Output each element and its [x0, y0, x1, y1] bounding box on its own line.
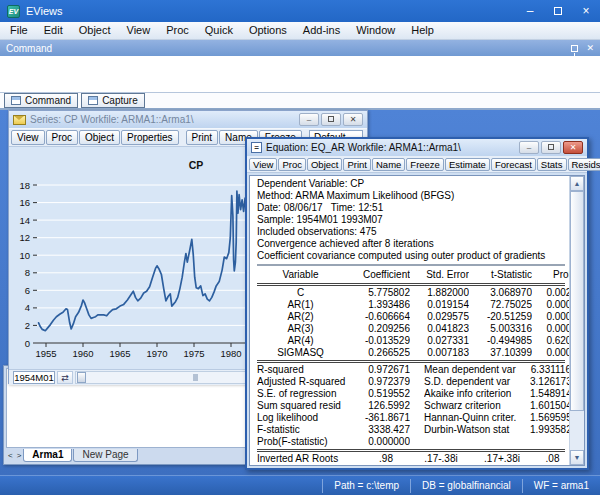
cell: 5.775802 — [344, 287, 410, 299]
stat-label: Durbin-Watson stat — [424, 424, 530, 436]
stat-value: 126.5992 — [362, 400, 410, 412]
stat-label: S.D. dependent var — [424, 376, 530, 388]
equation-proc-button[interactable]: Proc — [278, 158, 306, 171]
stat-value: -361.8671 — [362, 412, 410, 424]
svg-text:4: 4 — [25, 302, 30, 313]
workfile-tab-new-page[interactable]: New Page — [73, 449, 137, 462]
equation-view-button[interactable]: View — [249, 158, 277, 171]
equation-estimate-button[interactable]: Estimate — [445, 158, 490, 171]
menu-bar: FileEditObjectViewProcQuickOptionsAdd-in… — [0, 22, 600, 40]
menu-add-ins[interactable]: Add-ins — [295, 22, 348, 39]
series-titlebar[interactable]: Series: CP Workfile: ARMA1::Arma1\ – ✕ — [9, 111, 367, 128]
roots-row: Inverted AR Roots.98.17-.38i.17+.38i.08 — [257, 453, 573, 465]
table-row: AR(2)-0.6066640.029575-20.512590.0000 — [257, 311, 577, 323]
stat-label: Schwarz criterion — [424, 400, 530, 412]
equation-titlebar[interactable]: = Equation: EQ_AR Workfile: ARMA1::Arma1… — [247, 139, 587, 156]
series-close-button[interactable]: ✕ — [343, 113, 363, 126]
command-panel-header[interactable]: Command ✕ — [0, 40, 600, 56]
series-proc-button[interactable]: Proc — [46, 130, 79, 145]
stats-row: Sum squared resid126.5992Schwarz criteri… — [257, 400, 571, 412]
stat-label: Hannan-Quinn criter. — [424, 412, 530, 424]
status-section-1: DB = globalfinancial — [410, 479, 522, 493]
menu-object[interactable]: Object — [71, 22, 119, 39]
equation-print-button[interactable]: Print — [343, 158, 371, 171]
table-row: AR(1)1.3934860.01915472.750250.0000 — [257, 299, 577, 311]
menu-help[interactable]: Help — [403, 22, 442, 39]
equation-resids-button[interactable]: Resids — [568, 158, 600, 171]
hscroll-thumb[interactable] — [77, 372, 86, 383]
stat-label: Log likelihood — [257, 412, 362, 424]
command-input-area[interactable] — [0, 56, 600, 93]
series-minimize-button[interactable]: – — [299, 113, 319, 126]
close-button[interactable]: × — [572, 0, 600, 22]
stat-value: 1.601504 — [530, 400, 571, 412]
minimize-button[interactable]: – — [516, 0, 544, 22]
menu-edit[interactable]: Edit — [36, 22, 71, 39]
workfile-tab-arma1[interactable]: Arma1 — [23, 449, 72, 462]
vscroll-thumb[interactable] — [570, 191, 584, 411]
stat-value: 0.972379 — [362, 376, 410, 388]
equation-close-button[interactable]: ✕ — [563, 141, 583, 154]
pin-icon[interactable] — [571, 45, 578, 52]
spacer — [410, 424, 424, 436]
equation-object-button[interactable]: Object — [307, 158, 342, 171]
regression-output: Dependent Variable: CPMethod: ARMA Maxim… — [250, 176, 569, 465]
equation-restore-button[interactable] — [541, 141, 561, 154]
dock-tab-label: Command — [25, 95, 71, 106]
menu-view[interactable]: View — [119, 22, 159, 39]
series-properties-button[interactable]: Properties — [121, 130, 179, 145]
next-page-button[interactable]: > — [15, 451, 24, 460]
series-view-button[interactable]: View — [11, 130, 45, 145]
toolbar-group: ViewProcObjectProperties — [11, 130, 180, 145]
vertical-scrollbar[interactable]: ▲ ▼ — [569, 176, 584, 465]
svg-text:1955: 1955 — [35, 348, 56, 359]
tab-capture[interactable]: Capture — [81, 93, 145, 108]
eviews-application: EV EViews – × FileEditObjectViewProcQuic… — [0, 0, 600, 495]
scroll-down-arrow[interactable]: ▼ — [570, 450, 584, 465]
maximize-button[interactable] — [544, 0, 572, 22]
series-print-button[interactable]: Print — [186, 130, 219, 145]
menu-window[interactable]: Window — [348, 22, 403, 39]
col-header-coefficient: Coefficient — [344, 267, 410, 282]
cell: AR(4) — [257, 335, 344, 347]
output-header-line: Dependent Variable: CP — [257, 178, 565, 190]
menu-proc[interactable]: Proc — [158, 22, 197, 39]
equation-icon: = — [251, 142, 262, 153]
equation-stats-button[interactable]: Stats — [537, 158, 567, 171]
table-row: AR(3)0.2092560.0418235.0033160.0000 — [257, 323, 577, 335]
equation-minimize-button[interactable]: – — [519, 141, 539, 154]
svg-text:8: 8 — [25, 267, 30, 278]
command-close-icon[interactable]: ✕ — [586, 44, 594, 53]
tab-command[interactable]: Command — [4, 93, 78, 108]
series-restore-button[interactable] — [321, 113, 341, 126]
equation-forecast-button[interactable]: Forecast — [491, 158, 536, 171]
double-line — [257, 449, 565, 452]
pan-arrows-icon[interactable]: ⇄ — [57, 371, 73, 384]
stat-label: Adjusted R-squared — [257, 376, 362, 388]
equation-window[interactable]: = Equation: EQ_AR Workfile: ARMA1::Arma1… — [245, 137, 589, 470]
menu-quick[interactable]: Quick — [197, 22, 241, 39]
menu-options[interactable]: Options — [241, 22, 295, 39]
scroll-up-arrow[interactable]: ▲ — [570, 176, 584, 191]
svg-text:0: 0 — [25, 338, 30, 349]
toolbar-group: EstimateForecastStatsResids — [445, 158, 600, 171]
cell: 0.027331 — [410, 335, 469, 347]
svg-text:14: 14 — [19, 215, 30, 226]
prev-page-button[interactable]: < — [6, 451, 15, 460]
series-object-button[interactable]: Object — [79, 130, 120, 145]
col-header-variable: Variable — [257, 267, 344, 282]
menu-file[interactable]: File — [2, 22, 36, 39]
window-icon — [88, 96, 98, 105]
cell: 0.029575 — [410, 311, 469, 323]
cell: -0.013529 — [344, 335, 410, 347]
command-capture-tabstrip: CommandCapture — [0, 93, 600, 110]
stat-value: 3.126173 — [530, 376, 571, 388]
equation-freeze-button[interactable]: Freeze — [406, 158, 444, 171]
svg-text:16: 16 — [19, 197, 30, 208]
equation-name-button[interactable]: Name — [372, 158, 405, 171]
toolbar-group: ViewProcObject — [249, 158, 343, 171]
svg-text:12: 12 — [19, 232, 30, 243]
stat-label: S.E. of regression — [257, 388, 362, 400]
dock-tab-label: Capture — [102, 95, 138, 106]
svg-text:2: 2 — [25, 320, 30, 331]
